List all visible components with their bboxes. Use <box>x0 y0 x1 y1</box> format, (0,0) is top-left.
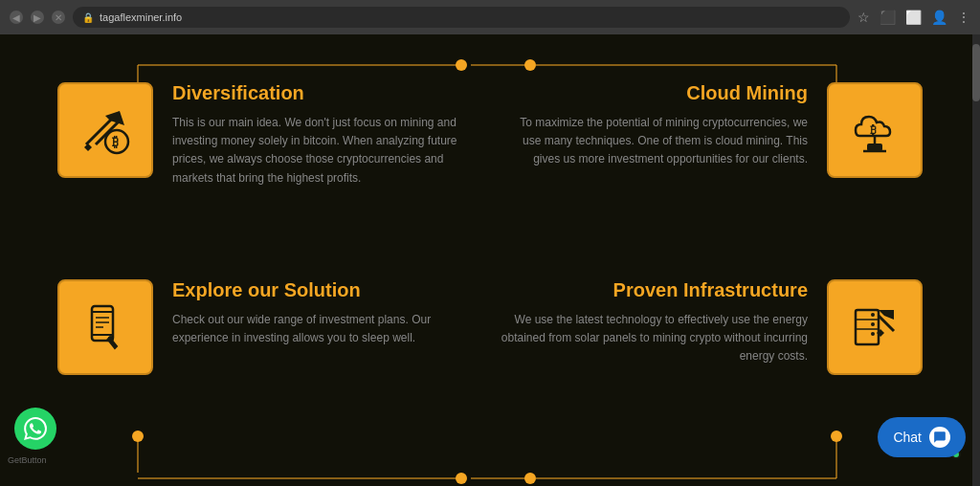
svg-text:₿: ₿ <box>870 123 877 137</box>
browser-chrome: ◀ ▶ ✕ 🔒 tagaflexminer.info ☆ ⬛ ⬜ 👤 ⋮ <box>0 0 980 34</box>
card-cloud-mining: ₿ Cloud Mining To maximize the potential… <box>500 82 923 260</box>
svg-point-35 <box>871 322 875 326</box>
back-button[interactable]: ◀ <box>10 11 23 24</box>
cards-grid: ₿ Diversification This is our main idea.… <box>0 34 980 486</box>
refresh-button[interactable]: ✕ <box>52 11 65 24</box>
explore-solution-desc: Check out our wide range of investment p… <box>172 311 480 347</box>
explore-solution-text: Explore our Solution Check out our wide … <box>172 279 480 347</box>
profile-icon[interactable]: 👤 <box>931 10 947 25</box>
window-icon[interactable]: ⬜ <box>905 10 922 25</box>
chat-bubble-icon <box>929 427 950 448</box>
diversification-text: Diversification This is our main idea. W… <box>172 82 480 188</box>
diversification-title: Diversification <box>172 82 480 104</box>
lock-icon: 🔒 <box>82 12 94 23</box>
browser-actions: ☆ ⬛ ⬜ 👤 ⋮ <box>858 10 970 25</box>
menu-icon[interactable]: ⋮ <box>957 10 970 25</box>
card-explore-solution: Explore our Solution Check out our wide … <box>57 279 480 457</box>
svg-point-36 <box>871 332 875 336</box>
whatsapp-icon <box>24 417 47 440</box>
svg-point-30 <box>108 336 114 342</box>
whatsapp-label: GetButton <box>8 455 47 465</box>
explore-solution-icon <box>77 298 134 356</box>
extensions-icon[interactable]: ⬛ <box>880 10 896 25</box>
forward-button[interactable]: ▶ <box>31 11 44 24</box>
proven-infrastructure-icon <box>846 298 903 356</box>
chat-button[interactable]: Chat <box>878 417 966 457</box>
scrollbar-thumb[interactable] <box>972 44 980 101</box>
svg-rect-31 <box>856 310 879 344</box>
diversification-desc: This is our main idea. We don't just foc… <box>172 114 480 188</box>
chat-label: Chat <box>893 430 922 445</box>
address-bar[interactable]: 🔒 tagaflexminer.info <box>73 7 850 28</box>
svg-text:₿: ₿ <box>112 134 119 149</box>
whatsapp-button[interactable] <box>14 408 56 450</box>
proven-infrastructure-text: Proven Infrastructure We use the latest … <box>500 279 808 366</box>
cloud-mining-text: Cloud Mining To maximize the potential o… <box>500 82 808 169</box>
diversification-icon-box: ₿ <box>57 82 153 178</box>
proven-infrastructure-desc: We use the latest technology to effectiv… <box>500 311 808 366</box>
card-proven-infrastructure: Proven Infrastructure We use the latest … <box>500 279 923 457</box>
cloud-mining-desc: To maximize the potential of mining cryp… <box>500 114 808 169</box>
star-icon[interactable]: ☆ <box>858 10 870 25</box>
explore-solution-title: Explore our Solution <box>172 279 480 301</box>
svg-point-34 <box>871 313 875 317</box>
scrollbar[interactable] <box>972 34 980 486</box>
cloud-mining-icon: ₿ <box>846 101 903 159</box>
cloud-mining-title: Cloud Mining <box>500 82 808 104</box>
proven-infrastructure-icon-box <box>827 279 923 375</box>
card-diversification: ₿ Diversification This is our main idea.… <box>57 82 480 260</box>
explore-solution-icon-box <box>57 279 153 375</box>
main-content: ₿ Diversification This is our main idea.… <box>0 34 980 486</box>
cloud-mining-icon-box: ₿ <box>827 82 923 178</box>
diversification-icon: ₿ <box>77 101 134 159</box>
url-text: tagaflexminer.info <box>100 11 182 23</box>
proven-infrastructure-title: Proven Infrastructure <box>500 279 808 301</box>
